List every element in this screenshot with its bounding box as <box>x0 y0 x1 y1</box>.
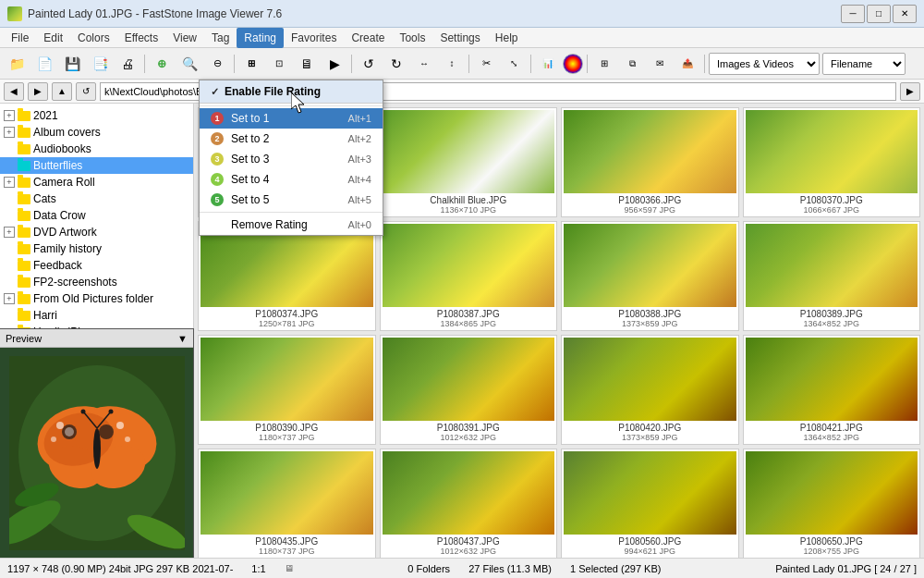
menu-colors[interactable]: Colors <box>70 28 117 48</box>
tb-zoom-out[interactable]: ⊖ <box>204 52 230 76</box>
sidebar-item-album-covers[interactable]: + Album covers <box>0 124 193 141</box>
sidebar-item-cats[interactable]: Cats <box>0 191 193 207</box>
sidebar-item-butterflies[interactable]: Butterflies <box>0 157 193 174</box>
addr-back[interactable]: ◀ <box>4 82 24 101</box>
thumb-p1080435[interactable]: P1080435.JPG 1180×737 JPG <box>198 449 376 558</box>
sidebar-item-family-history[interactable]: Family history <box>0 240 193 257</box>
thumb-p1080437[interactable]: P1080437.JPG 1012×632 JPG <box>380 449 558 558</box>
expand-album-covers[interactable]: + <box>4 127 15 138</box>
thumb-label-16: P1080650.JPG <box>746 536 918 547</box>
menu-file[interactable]: File <box>4 28 36 48</box>
maximize-button[interactable]: □ <box>867 5 891 23</box>
rating-circle-2: 2 <box>211 132 224 145</box>
expand-2021[interactable]: + <box>4 110 15 121</box>
set-to-5-item[interactable]: 5 Set to 5 Alt+5 <box>200 190 383 210</box>
addr-refresh[interactable]: ↺ <box>76 82 96 101</box>
thumb-p1080366[interactable]: P1080366.JPG 956×597 JPG <box>561 107 739 217</box>
sidebar-item-from-old-pictures[interactable]: + From Old Pictures folder <box>0 290 193 307</box>
tb-flip-v[interactable]: ↕ <box>439 52 465 76</box>
tb-compare[interactable]: ⧉ <box>619 52 645 76</box>
menu-help[interactable]: Help <box>488 28 526 48</box>
thumb-chalkhill-blue[interactable]: Chalkhill Blue.JPG 1136×710 JPG <box>380 107 558 217</box>
sidebar-label-from-old: From Old Pictures folder <box>33 292 153 305</box>
set-to-1-item[interactable]: 1 Set to 1 Alt+1 <box>200 108 383 129</box>
minimize-button[interactable]: ─ <box>841 5 865 23</box>
enable-file-rating-item[interactable]: ✓ Enable File Rating <box>200 80 383 104</box>
thumb-p1080370[interactable]: P1080370.JPG 1066×667 JPG <box>743 107 921 217</box>
folder-icon-harri <box>18 311 30 321</box>
expand-camera-roll[interactable]: + <box>4 177 15 188</box>
menu-settings[interactable]: Settings <box>432 28 487 48</box>
tb-print[interactable]: 🖨 <box>115 52 140 76</box>
expand-from-old[interactable]: + <box>4 293 15 304</box>
sidebar-item-feedback[interactable]: Feedback <box>0 257 193 274</box>
thumb-p1080388[interactable]: P1080388.JPG 1373×859 JPG <box>561 221 739 331</box>
menu-view[interactable]: View <box>165 28 204 48</box>
tb-fit[interactable]: ⊞ <box>238 52 264 76</box>
thumb-p1080650[interactable]: P1080650.JPG 1208×755 JPG <box>743 449 921 558</box>
addr-forward[interactable]: ▶ <box>28 82 48 101</box>
thumb-meta-11: 1373×859 JPG <box>622 433 677 442</box>
tb-open-folder[interactable]: 📁 <box>4 52 30 76</box>
thumb-meta-9: 1180×737 JPG <box>259 433 314 442</box>
menu-tools[interactable]: Tools <box>392 28 432 48</box>
sidebar-item-dvd-artwork[interactable]: + DVD Artwork <box>0 224 193 240</box>
set-to-4-item[interactable]: 4 Set to 4 Alt+4 <box>200 169 383 190</box>
svg-point-15 <box>93 428 101 469</box>
svg-point-11 <box>56 422 64 429</box>
tb-flip-h[interactable]: ↔ <box>411 52 437 76</box>
sidebar-item-fp2-screenshots[interactable]: FP2-screenshots <box>0 274 193 290</box>
tb-share[interactable]: 📤 <box>675 52 700 76</box>
tb-open-file[interactable]: 📄 <box>31 52 57 76</box>
close-button[interactable]: ✕ <box>893 5 917 23</box>
sidebar-item-data-crow[interactable]: Data Crow <box>0 207 193 224</box>
expand-dvd-artwork[interactable]: + <box>4 227 15 238</box>
preview-toggle[interactable]: ▼ <box>177 333 188 344</box>
sidebar-label-feedback: Feedback <box>33 259 82 272</box>
tb-histogram[interactable]: 📊 <box>535 52 561 76</box>
toolbar-sep-4 <box>468 55 469 73</box>
tb-crop[interactable]: ✂ <box>473 52 499 76</box>
tb-save-as[interactable]: 📑 <box>87 52 113 76</box>
tb-rotate-right[interactable]: ↻ <box>383 52 409 76</box>
thumb-p1080560[interactable]: P1080560.JPG 994×621 JPG <box>561 449 739 558</box>
tb-thumb[interactable]: ⊞ <box>591 52 617 76</box>
thumb-img-7 <box>564 224 736 307</box>
tb-actual[interactable]: ⊡ <box>266 52 292 76</box>
addr-up[interactable]: ▲ <box>52 82 72 101</box>
sidebar-item-harri[interactable]: Harri <box>0 307 193 324</box>
thumb-p1080389[interactable]: P1080389.JPG 1364×852 JPG <box>743 221 921 331</box>
thumb-p1080374[interactable]: P1080374.JPG 1250×781 JPG <box>198 221 376 331</box>
sidebar-label-audiobooks: Audiobooks <box>33 142 91 155</box>
addr-go[interactable]: ▶ <box>900 82 920 101</box>
thumb-p1080421[interactable]: P1080421.JPG 1364×852 JPG <box>743 335 921 445</box>
view-filter-dropdown[interactable]: Images & Videos All Files Images Only <box>709 53 820 75</box>
menu-favorites[interactable]: Favorites <box>284 28 344 48</box>
set-to-3-item[interactable]: 3 Set to 3 Alt+3 <box>200 149 383 169</box>
menu-tag[interactable]: Tag <box>204 28 237 48</box>
sidebar-label-fp2: FP2-screenshots <box>33 276 117 289</box>
tb-save[interactable]: 💾 <box>59 52 85 76</box>
sidebar-item-audiobooks[interactable]: Audiobooks <box>0 141 193 157</box>
sidebar-item-camera-roll[interactable]: + Camera Roll <box>0 174 193 191</box>
menu-rating[interactable]: Rating <box>237 28 284 48</box>
tb-slideshow[interactable]: ▶ <box>322 52 347 76</box>
sort-dropdown[interactable]: Filename Date Size <box>822 53 906 75</box>
thumb-p1080390[interactable]: P1080390.JPG 1180×737 JPG <box>198 335 376 445</box>
remove-rating-item[interactable]: Remove Rating Alt+0 <box>200 215 383 235</box>
tb-new[interactable]: ⊕ <box>149 52 175 76</box>
menu-effects[interactable]: Effects <box>117 28 165 48</box>
tb-color[interactable] <box>563 54 583 74</box>
set-to-2-item[interactable]: 2 Set to 2 Alt+2 <box>200 129 383 149</box>
menu-create[interactable]: Create <box>344 28 392 48</box>
tb-fullscreen[interactable]: 🖥 <box>294 52 320 76</box>
tb-rotate-left[interactable]: ↺ <box>356 52 382 76</box>
menu-edit[interactable]: Edit <box>36 28 70 48</box>
sidebar-item-2021[interactable]: + 2021 <box>0 107 193 124</box>
thumb-p1080391[interactable]: P1080391.JPG 1012×632 JPG <box>380 335 558 445</box>
tb-email[interactable]: ✉ <box>647 52 673 76</box>
tb-zoom-in[interactable]: 🔍 <box>176 52 202 76</box>
thumb-p1080420[interactable]: P1080420.JPG 1373×859 JPG <box>561 335 739 445</box>
tb-resize[interactable]: ⤡ <box>501 52 527 76</box>
thumb-p1080387[interactable]: P1080387.JPG 1384×865 JPG <box>380 221 558 331</box>
